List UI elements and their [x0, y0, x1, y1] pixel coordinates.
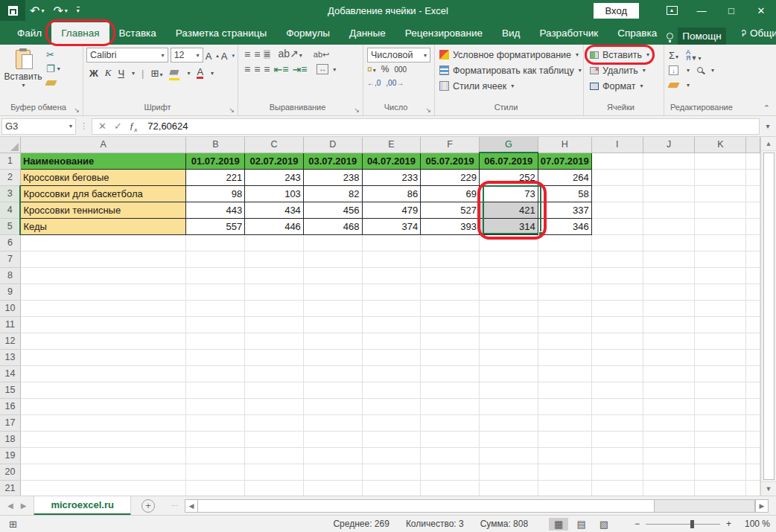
- row-header-16[interactable]: 16: [0, 398, 20, 414]
- wrap-text-button[interactable]: ab↩: [314, 50, 329, 59]
- tab-help[interactable]: Справка: [608, 22, 667, 45]
- dialog-launcher-icon[interactable]: ↘: [354, 106, 360, 114]
- cell-I10[interactable]: [591, 300, 643, 316]
- cell-styles-button[interactable]: Стили ячеек▾: [439, 78, 514, 94]
- column-header-H[interactable]: H: [538, 137, 591, 153]
- cell-B16[interactable]: [186, 398, 245, 414]
- row-header-5[interactable]: 5: [0, 218, 20, 234]
- cell-C16[interactable]: [245, 398, 304, 414]
- row-header-7[interactable]: 7: [0, 251, 20, 267]
- orientation-button[interactable]: ab↗▾: [279, 49, 302, 60]
- align-top-button[interactable]: ≡: [244, 50, 250, 59]
- cell-D13[interactable]: [303, 349, 362, 365]
- cell-F18[interactable]: [421, 431, 480, 447]
- cell-B2[interactable]: 221: [186, 169, 245, 185]
- cell-J16[interactable]: [643, 398, 694, 414]
- font-family-combo[interactable]: Calibri▾: [86, 48, 168, 63]
- accounting-format-button[interactable]: ¤▾: [367, 64, 376, 74]
- cell-J18[interactable]: [643, 431, 694, 447]
- tab-scroll-splitter[interactable]: ⋮: [171, 502, 179, 510]
- autosum-button[interactable]: Σ▾: [669, 50, 678, 61]
- cell-F11[interactable]: [421, 316, 480, 333]
- cell-B7[interactable]: [186, 251, 245, 267]
- cell-I5[interactable]: [591, 218, 643, 234]
- cell-H20[interactable]: [538, 464, 591, 480]
- cell-E16[interactable]: [362, 398, 421, 414]
- cell-K9[interactable]: [695, 283, 746, 300]
- cell-J9[interactable]: [643, 283, 694, 300]
- cell-H11[interactable]: [538, 316, 591, 333]
- confirm-entry-icon[interactable]: ✓: [114, 121, 122, 132]
- insert-function-button[interactable]: ƒx: [130, 120, 138, 133]
- column-header-partial[interactable]: [746, 137, 760, 153]
- row-header-9[interactable]: 9: [0, 283, 20, 300]
- cell-D20[interactable]: [303, 464, 362, 480]
- cell-H4[interactable]: 337: [538, 202, 591, 218]
- tab-insert[interactable]: Вставка: [109, 22, 166, 45]
- cell-G6[interactable]: [479, 234, 538, 251]
- cell-K19[interactable]: [695, 447, 746, 464]
- cell-A18[interactable]: [20, 431, 186, 447]
- cell-I6[interactable]: [591, 234, 643, 251]
- row-header-14[interactable]: 14: [0, 365, 20, 382]
- cell-J11[interactable]: [643, 316, 694, 333]
- insert-cells-button[interactable]: Вставить▾: [590, 47, 649, 63]
- expand-formula-bar-button[interactable]: ▾: [760, 122, 776, 130]
- cell-D1[interactable]: 03.07.2019: [303, 153, 362, 169]
- row-header-13[interactable]: 13: [0, 349, 20, 365]
- row-header-18[interactable]: 18: [0, 431, 20, 447]
- cell-K16[interactable]: [695, 398, 746, 414]
- cell-G1[interactable]: 06.07.2019: [479, 153, 538, 169]
- cut-button[interactable]: ✂: [46, 48, 60, 60]
- decrease-indent-button[interactable]: ⇤≡: [274, 65, 289, 74]
- format-button[interactable]: Формат▾: [590, 78, 643, 94]
- cell-H2[interactable]: 264: [538, 169, 591, 185]
- cell-K20[interactable]: [695, 464, 746, 480]
- cell-G19[interactable]: [479, 447, 538, 464]
- cell-F9[interactable]: [421, 283, 480, 300]
- cell-H3[interactable]: 58: [538, 185, 591, 202]
- cell-C2[interactable]: 243: [245, 169, 304, 185]
- cell-D3[interactable]: 82: [303, 185, 362, 202]
- cell-D4[interactable]: 456: [303, 202, 362, 218]
- cell-H16[interactable]: [538, 398, 591, 414]
- cell-A17[interactable]: [20, 414, 186, 431]
- cell-H1[interactable]: 07.07.2019: [538, 153, 591, 169]
- cell-F16[interactable]: [421, 398, 480, 414]
- cell-D17[interactable]: [303, 414, 362, 431]
- cell-K18[interactable]: [695, 431, 746, 447]
- row-header-10[interactable]: 10: [0, 300, 20, 316]
- cell-G5[interactable]: 314: [479, 218, 538, 234]
- cell-x5[interactable]: [746, 218, 760, 234]
- row-header-19[interactable]: 19: [0, 447, 20, 464]
- zoom-out-button[interactable]: −: [635, 519, 640, 529]
- cell-K14[interactable]: [695, 365, 746, 382]
- cell-I18[interactable]: [591, 431, 643, 447]
- cell-B15[interactable]: [186, 382, 245, 398]
- scroll-down-arrow[interactable]: ▼: [761, 481, 776, 496]
- cell-I1[interactable]: [591, 153, 643, 169]
- cell-F13[interactable]: [421, 349, 480, 365]
- cell-E3[interactable]: 86: [362, 185, 421, 202]
- collapse-ribbon-button[interactable]: ⌃: [763, 103, 770, 113]
- cell-A11[interactable]: [20, 316, 186, 333]
- cell-A2[interactable]: Кроссовки беговые: [20, 169, 186, 185]
- fill-button[interactable]: ↓: [669, 65, 678, 75]
- row-header-12[interactable]: 12: [0, 333, 20, 349]
- cell-H12[interactable]: [538, 333, 591, 349]
- underline-button[interactable]: Ч: [118, 68, 124, 79]
- cell-K5[interactable]: [695, 218, 746, 234]
- cell-K2[interactable]: [695, 169, 746, 185]
- cell-K21[interactable]: [695, 480, 746, 496]
- cell-x16[interactable]: [746, 398, 760, 414]
- cell-A5[interactable]: Кеды: [20, 218, 186, 234]
- cell-x10[interactable]: [746, 300, 760, 316]
- cell-D12[interactable]: [303, 333, 362, 349]
- cell-D11[interactable]: [303, 316, 362, 333]
- cell-K7[interactable]: [695, 251, 746, 267]
- percent-style-button[interactable]: %: [381, 64, 389, 74]
- column-header-A[interactable]: A: [20, 137, 186, 153]
- cell-F19[interactable]: [421, 447, 480, 464]
- cell-E21[interactable]: [362, 480, 421, 496]
- row-header-11[interactable]: 11: [0, 316, 20, 333]
